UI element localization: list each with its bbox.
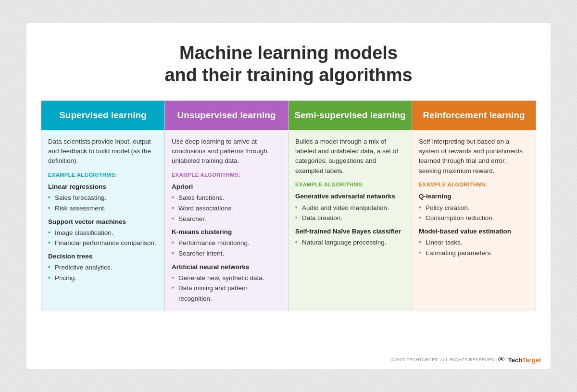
algo-supervised-2-items: Predictive analytics. Pricing. [48,262,158,283]
list-item: Risk assessment. [48,203,158,214]
algo-supervised-2-name: Decision trees [48,252,158,261]
desc-reinforcement: Self-interpreting but based on a system … [419,137,529,176]
list-item: Data creation. [295,213,405,223]
algo-supervised-1-name: Support vector machines [48,217,158,227]
list-item: Policy creation. [419,203,529,213]
algo-reinforcement-0-name: Q-learning [419,192,529,201]
list-item: Estimating parameters. [419,248,529,258]
example-label-unsupervised: EXAMPLE ALGORITHMS: [172,171,281,179]
footer: ©2023 TECHTARGET. ALL RIGHTS RESERVED 👁 … [391,355,541,364]
eye-icon: 👁 [498,355,505,364]
algo-supervised-0-items: Sales forecasting. Risk assessment. [48,193,158,213]
main-card: Machine learning models and their traini… [26,23,551,369]
algo-reinforcement-1-items: Linear tasks. Estimating parameters. [419,237,529,258]
example-label-semi: EXAMPLE ALGORITHMS: [295,181,405,189]
footer-copyright: ©2023 TECHTARGET. ALL RIGHTS RESERVED [391,357,494,362]
algo-reinforcement-0-items: Policy creation. Consumption reduction. [419,203,529,223]
desc-supervised: Data scientists provide input, output an… [48,137,158,166]
algo-unsupervised-0-items: Sales functions. Word associations. Sear… [172,193,281,224]
list-item: Performance monitoring. [172,238,281,248]
page-title: Machine learning models and their traini… [41,42,536,86]
columns-grid: Supervised learning Data scientists prov… [41,100,536,311]
algo-semi-0-items: Audio and video manipulation. Data creat… [295,203,405,223]
list-item: Consumption reduction. [419,213,529,223]
list-item: Sales forecasting. [48,193,158,203]
example-label-reinforcement: EXAMPLE ALGORITHMS: [419,181,529,189]
body-semi: Builds a model through a mix of labeled … [288,130,412,311]
list-item: Financial performance comparison. [48,238,158,248]
algo-unsupervised-2-items: Generate new, synthetic data. Data minin… [172,273,281,304]
list-item: Image classification. [48,228,158,238]
col-semi: Semi-supervised learning Builds a model … [288,101,412,310]
header-unsupervised: Unsupervised learning [165,101,288,130]
list-item: Pricing. [48,273,158,283]
algo-unsupervised-2-name: Artificial neural networks [172,262,281,272]
algo-semi-1-name: Self-trained Naïve Bayes classifier [295,227,405,236]
header-reinforcement: Reinforcement learning [412,101,536,130]
algo-supervised-0-name: Linear regressions [48,182,158,192]
algo-unsupervised-1-items: Performance monitoring. Searcher intent. [172,238,281,258]
body-supervised: Data scientists provide input, output an… [41,130,164,311]
footer-logo: TechTarget [508,356,541,364]
algo-supervised-1-items: Image classification. Financial performa… [48,228,158,248]
list-item: Audio and video manipulation. [295,203,405,213]
list-item: Natural language processing. [295,237,405,248]
algo-reinforcement-1-name: Model-based value estimation [419,227,529,236]
header-supervised: Supervised learning [41,101,164,130]
list-item: Linear tasks. [419,237,529,248]
list-item: Predictive analytics. [48,262,158,273]
list-item: Generate new, synthetic data. [172,273,281,283]
col-unsupervised: Unsupervised learning Use deep learning … [165,101,288,310]
list-item: Word associations. [172,203,281,214]
col-reinforcement: Reinforcement learning Self-interpreting… [412,101,536,310]
desc-unsupervised: Use deep learning to arrive at conclusio… [172,137,281,166]
list-item: Sales functions. [172,193,281,203]
list-item: Data mining and pattern recognition. [172,283,281,304]
example-label-supervised: EXAMPLE ALGORITHMS: [48,171,158,179]
col-supervised: Supervised learning Data scientists prov… [41,101,165,310]
algo-unsupervised-0-name: Apriori [172,182,281,192]
body-reinforcement: Self-interpreting but based on a system … [412,130,536,311]
header-semi: Semi-supervised learning [288,101,412,130]
body-unsupervised: Use deep learning to arrive at conclusio… [165,130,288,311]
desc-semi: Builds a model through a mix of labeled … [295,137,405,176]
algo-semi-1-items: Natural language processing. [295,237,405,248]
algo-semi-0-name: Generative adversarial networks [295,192,405,201]
algo-unsupervised-1-name: K-means clustering [172,227,281,237]
list-item: Searcher intent. [172,248,281,259]
list-item: Searcher. [172,214,281,224]
